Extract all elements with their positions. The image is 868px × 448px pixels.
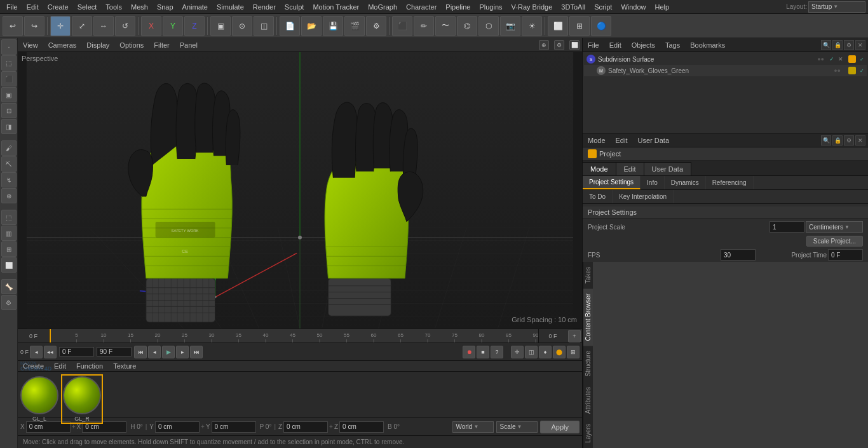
menu-3dtoall[interactable]: 3DToAll — [557, 2, 589, 12]
menu-animate[interactable]: Animate — [179, 2, 212, 12]
light-button[interactable]: ☀ — [522, 16, 542, 36]
om-menu-objects[interactable]: Objects — [629, 40, 658, 50]
om-menu-edit[interactable]: Edit — [607, 40, 624, 50]
timeline-ruler[interactable]: 0 F 0 5 10 15 20 — [18, 329, 582, 343]
vp-menu-display[interactable]: Display — [84, 40, 112, 50]
play-button[interactable]: ▶ — [162, 346, 175, 358]
menu-simulate[interactable]: Simulate — [213, 2, 248, 12]
vp-menu-cameras[interactable]: Cameras — [46, 40, 79, 50]
rewind-button[interactable]: ⏮ — [134, 346, 147, 358]
render-settings-button[interactable]: ⚙ — [366, 16, 386, 36]
lt-texture-button[interactable]: ◨ — [1, 119, 17, 134]
menu-vray[interactable]: V-Ray Bridge — [508, 2, 557, 12]
mat-menu-edit[interactable]: Edit — [51, 361, 69, 371]
rtab-takes[interactable]: Takes — [583, 262, 593, 288]
menu-plugins[interactable]: Plugins — [475, 2, 506, 12]
lt-sculpt-button[interactable]: ⛏ — [1, 156, 17, 172]
om-visibility-dots-1[interactable]: ●● — [817, 56, 824, 62]
om-row-subdivision[interactable]: S Subdivision Surface ●● ✓ ✕ ✓ — [584, 53, 867, 65]
vp-expand-button[interactable]: ⊕ — [539, 40, 549, 50]
step-fwd-button[interactable]: ▸ — [176, 346, 189, 358]
rtab-structure[interactable]: Structure — [583, 346, 593, 382]
lt-points-button[interactable]: ⬝ — [1, 39, 17, 55]
vp-menu-panel[interactable]: Panel — [177, 40, 200, 50]
menu-edit[interactable]: Edit — [23, 2, 43, 12]
texture-mode-button[interactable]: ◫ — [254, 16, 274, 36]
pen-tool-button[interactable]: ✏ — [414, 16, 434, 36]
rtab-content-browser[interactable]: Content Browser — [583, 288, 593, 346]
frame-step-prev-button[interactable]: ◂ — [30, 346, 43, 358]
z-axis-button[interactable]: Z — [184, 16, 205, 36]
sub-tab-key-interpolation[interactable]: Key Interpolation — [613, 190, 674, 203]
sub-tab-project-settings[interactable]: Project Settings — [583, 176, 641, 189]
om-menu-file[interactable]: File — [585, 40, 602, 50]
om-menu-tags[interactable]: Tags — [663, 40, 682, 50]
stop-button[interactable]: ■ — [477, 346, 489, 358]
sub-tab-info[interactable]: Info — [641, 176, 665, 189]
om-check-1[interactable]: ✓ — [829, 56, 834, 62]
cube-tool-button[interactable]: ⬛ — [392, 16, 412, 36]
keyframe-button[interactable]: ♦ — [539, 346, 552, 358]
spline-tool-button[interactable]: 〜 — [435, 16, 456, 36]
step-back-button[interactable]: ◂ — [148, 346, 161, 358]
menu-window[interactable]: Window — [617, 2, 649, 12]
lt-bones-button[interactable]: 🦴 — [1, 279, 17, 294]
magnet-button[interactable]: 🔵 — [591, 16, 611, 36]
vp-menu-view[interactable]: View — [20, 40, 41, 50]
rotate-tool-button[interactable]: ↺ — [115, 16, 135, 36]
select-tool-button[interactable]: ✛ — [50, 16, 71, 36]
om-close-button[interactable]: ✕ — [855, 40, 865, 50]
layer-button[interactable]: ◫ — [525, 346, 538, 358]
layout-dropdown[interactable]: Startup ▼ — [808, 1, 865, 13]
menu-tools[interactable]: Tools — [102, 2, 126, 12]
end-time-field[interactable] — [97, 347, 132, 356]
rtab-attributes[interactable]: Attributes — [583, 382, 593, 419]
undo-button[interactable]: ↩ — [3, 16, 23, 36]
lt-polygons-button[interactable]: ⬛ — [1, 71, 17, 86]
floor-tool-button[interactable]: ⬜ — [548, 16, 568, 36]
om-lock-button[interactable]: 🔒 — [832, 40, 843, 50]
om-tag-1[interactable] — [848, 55, 856, 63]
menu-help[interactable]: Help — [651, 2, 674, 12]
viewport-3d[interactable]: Perspective Grid Spacing : 10 cm — [18, 52, 582, 329]
start-time-field[interactable] — [59, 347, 94, 356]
animate-button[interactable]: ⬤ — [553, 346, 566, 358]
mode-tab-edit[interactable]: Edit — [616, 162, 644, 175]
menu-mograph[interactable]: MoGraph — [364, 2, 401, 12]
grid-tool-button[interactable]: ⊞ — [569, 16, 590, 36]
attr-search-button[interactable]: 🔍 — [821, 135, 831, 146]
unit-dropdown[interactable]: Centimeters ▼ — [806, 221, 863, 233]
lt-view4-button[interactable]: ⬜ — [1, 257, 17, 273]
om-check-2[interactable]: ✓ — [860, 57, 864, 62]
om-visibility-dots-2[interactable]: ●● — [834, 67, 841, 74]
om-menu-bookmarks[interactable]: Bookmarks — [688, 40, 728, 50]
y-axis-button[interactable]: Y — [163, 16, 183, 36]
vp-fullscreen-button[interactable]: ⬜ — [569, 40, 580, 50]
attr-menu-mode[interactable]: Mode — [585, 135, 608, 146]
attr-menu-edit[interactable]: Edit — [613, 135, 630, 146]
rtab-layers[interactable]: Layers — [583, 419, 593, 448]
mat-menu-texture[interactable]: Texture — [111, 361, 139, 371]
lt-view1-button[interactable]: ⬚ — [1, 210, 17, 225]
frame-jump-back-button[interactable]: ◂◂ — [44, 346, 57, 358]
sub-tab-todo[interactable]: To Do — [583, 190, 613, 203]
om-check-3[interactable]: ✓ — [860, 68, 864, 74]
vp-menu-options[interactable]: Options — [117, 40, 146, 50]
deformer-button[interactable]: ⬡ — [478, 16, 499, 36]
menu-create[interactable]: Create — [44, 2, 72, 12]
lt-edges-button[interactable]: ⬚ — [1, 55, 17, 71]
project-scale-input[interactable] — [770, 221, 804, 233]
attr-lock-button[interactable]: 🔒 — [832, 135, 843, 146]
lt-ik-button[interactable]: ⚙ — [1, 295, 17, 310]
material-item-gl-l[interactable]: GL_L — [20, 376, 58, 422]
nurbs-tool-button[interactable]: ⌬ — [457, 16, 477, 36]
menu-select[interactable]: Select — [74, 2, 101, 12]
mode-tab-userdata[interactable]: User Data — [644, 162, 692, 175]
attr-menu-userdata[interactable]: User Data — [635, 135, 672, 146]
attr-close-button[interactable]: ✕ — [855, 135, 865, 146]
lt-paint-button[interactable]: 🖌 — [1, 140, 17, 156]
vp-settings-button[interactable]: ⚙ — [554, 40, 564, 50]
menu-pipeline[interactable]: Pipeline — [442, 2, 474, 12]
timeline-add-button[interactable]: + — [568, 330, 581, 343]
menu-render[interactable]: Render — [249, 2, 280, 12]
